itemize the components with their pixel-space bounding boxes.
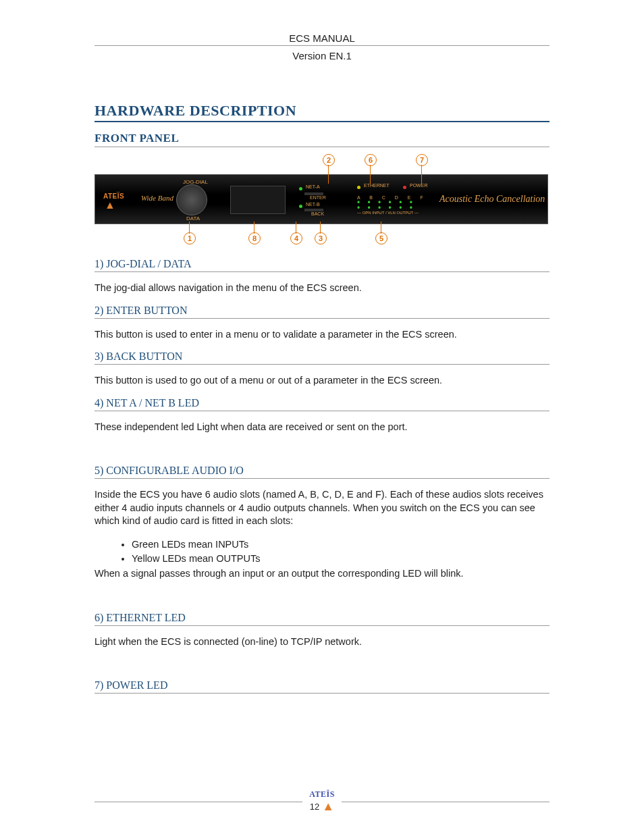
h3-back-button: 3) BACK BUTTON <box>95 350 549 363</box>
lcd-screen <box>230 186 286 214</box>
p-back-button: This button is used to go out of a menu … <box>95 374 549 388</box>
callout-3: 3 <box>315 232 327 244</box>
callout-6: 6 <box>365 154 377 166</box>
data-label: DATA <box>186 215 200 221</box>
net-a-label: NET-A <box>306 184 320 189</box>
ateis-logo-icon: ▲ <box>105 199 115 211</box>
net-a-led <box>299 187 302 190</box>
page-footer: ATEÏS 12 ▲ <box>95 789 549 814</box>
p-enter-button: This button is used to enter in a menu o… <box>95 328 549 342</box>
power-label: POWER <box>410 183 427 188</box>
device-chassis: ATEÏS ▲ Wide Band JOG-DIAL DATA NET-A EN… <box>95 174 548 224</box>
callout-2: 2 <box>323 154 335 166</box>
slot-leds-row2: • • • • • • <box>357 205 427 211</box>
enter-label: ENTER <box>310 195 326 200</box>
p-jog-dial: The jog-dial allows navigation in the me… <box>95 282 549 295</box>
config-audio-list: Green LEDs mean INPUTs Yellow LEDs mean … <box>95 538 549 566</box>
callout-5: 5 <box>375 232 387 244</box>
h1-hardware-description: HARDWARE DESCRIPTION <box>95 102 549 120</box>
h2-front-panel: FRONT PANEL <box>95 132 549 145</box>
bullet-yellow-leds: Yellow LEDs mean OUTPUTs <box>132 552 549 566</box>
footer-brand: ATEÏS <box>309 789 335 800</box>
callout-8: 8 <box>248 232 261 244</box>
ethernet-led <box>357 186 360 189</box>
callout-1: 1 <box>184 232 196 244</box>
h3-ethernet-led: 6) ETHERNET LED <box>95 612 549 624</box>
net-b-led <box>299 205 302 208</box>
jog-dial <box>176 184 207 215</box>
audio-slots: A B C D E F • • • • • • • • • • • • — OP… <box>357 195 427 215</box>
bullet-green-leds: Green LEDs mean INPUTs <box>132 538 549 552</box>
product-tagline: Acoustic Echo Cancellation <box>439 194 545 205</box>
doc-version: Version EN.1 <box>95 50 549 61</box>
jog-dial-label: JOG-DIAL <box>183 179 208 185</box>
h3-config-audio-io: 5) CONFIGURABLE AUDIO I/O <box>95 465 549 477</box>
doc-title: ECS MANUAL <box>95 32 549 45</box>
page-number: 12 <box>310 802 319 812</box>
p-ethernet-led: Light when the ECS is connected (on-line… <box>95 635 549 649</box>
p-net-ab-led: These independent led Light when data ar… <box>95 421 549 434</box>
wideband-label: Wide Band <box>141 194 173 202</box>
callout-4: 4 <box>290 232 302 244</box>
h3-net-ab-led: 4) NET A / NET B LED <box>95 397 549 409</box>
back-label: BACK <box>311 211 324 216</box>
footer-logo-icon: ▲ <box>322 800 334 814</box>
p-config-audio-intro: Inside the ECS you have 6 audio slots (n… <box>95 488 549 528</box>
front-panel-figure: ATEÏS ▲ Wide Band JOG-DIAL DATA NET-A EN… <box>95 154 547 249</box>
slot-legend: — OPN INPUT / VLN OUTPUT — <box>357 211 427 215</box>
power-led <box>403 186 406 189</box>
net-b-label: NET-B <box>306 202 320 207</box>
p-config-audio-outro: When a signal passes through an input or… <box>95 567 549 581</box>
h3-jog-dial: 1) JOG-DIAL / DATA <box>95 258 549 270</box>
callout-7: 7 <box>416 154 428 166</box>
h3-power-led: 7) POWER LED <box>95 679 549 692</box>
ethernet-label: ETHERNET <box>364 183 390 188</box>
h3-enter-button: 2) ENTER BUTTON <box>95 305 549 317</box>
